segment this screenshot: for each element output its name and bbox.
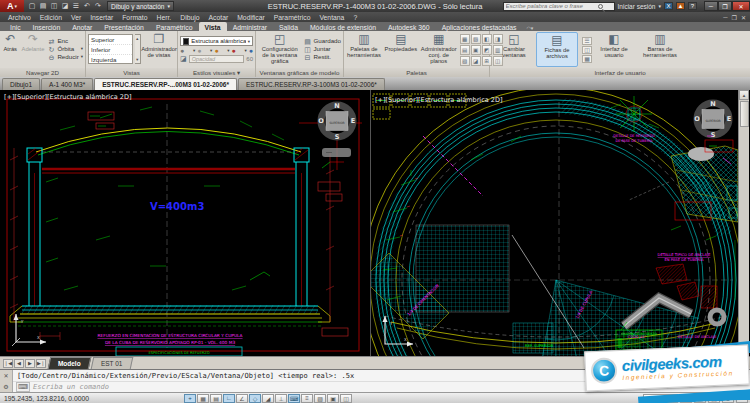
layouttab-est01[interactable]: EST 01 [90,357,132,369]
join-viewport-button[interactable]: ◫Juntar [303,46,341,53]
app-menu-button[interactable]: A▾ [0,0,24,12]
autodesk360-icon[interactable]: ▲ [676,2,685,10]
toggle-otrack-icon[interactable]: ◢ [262,394,274,403]
toggle-grid-icon[interactable]: ▤ [210,394,222,403]
file-tabs-button[interactable]: ▤ Fichas de archivos [536,32,578,67]
toggle-polar-icon[interactable]: ∠ [236,394,248,403]
search-input[interactable] [506,3,598,9]
cascade-icon[interactable]: ▦ [582,55,592,63]
viewport-label[interactable]: [+][Superior][Estructura alámbrica 2D] [4,93,131,101]
customize-command-icon[interactable]: ⚙ [3,383,8,390]
search-icon[interactable] [598,4,603,9]
restore-viewport-button[interactable]: ⊟Restit. [303,54,341,61]
viewport-config-button[interactable]: ◰ Configuración de la ventana gráfica [258,32,301,67]
style-xray-icon[interactable]: ● [232,47,236,54]
ribbon-collapse-icon[interactable]: ◠▾ [526,25,533,31]
sheet-set-manager-button[interactable]: ▦ Administrador conj. de planos [420,32,458,67]
panel-label[interactable]: Navegar 2D [0,68,85,77]
forward-button[interactable]: ↷ Adelante [21,32,46,67]
tab-inicio[interactable]: Inic [4,22,27,31]
menu-dibujo[interactable]: Dibujo [180,14,199,21]
palette-mini-icon[interactable]: ▤ [460,45,470,55]
properties-button[interactable]: ▤ Propiedades [384,32,418,67]
columns-icon[interactable]: ◫ [582,46,592,54]
exchange-apps-icon[interactable]: X [664,2,673,10]
scroll-up-icon[interactable]: ▲ [739,90,749,100]
workspace-dropdown[interactable]: Dibujo y anotación▾ [107,1,174,11]
save-icon[interactable]: ◫ [49,2,59,10]
named-viewport-button[interactable]: ▤Guardado [303,38,341,45]
views-list-scrollbar[interactable]: ▲▼ [135,34,141,64]
style-shaded-icon[interactable]: ● [197,47,201,54]
toggle-snap-icon[interactable]: ▦ [197,394,209,403]
style-realistic-icon[interactable]: ● [214,47,218,54]
filetab-dibujo1[interactable]: Dibujo1 [2,78,40,90]
panel-label[interactable]: Vistas [86,68,177,77]
help-icon[interactable]: ? [688,2,697,10]
tab-aplicaciones[interactable]: Aplicaciones destacadas [436,22,523,31]
viewcube[interactable]: SUPERIOR N S O E [299,102,362,171]
filetab-rp3-100m3[interactable]: ESTRUC.RESERV.RP-3-100M3 01-02-2006* [238,78,385,90]
view-item-izquierda[interactable]: Izquierda [89,55,132,64]
menu-modificar[interactable]: Modificar [237,14,265,21]
panel-label[interactable]: Interfaz de usuario [490,68,750,77]
next-layout-icon[interactable]: ▶ [25,359,35,368]
tab-administrar[interactable]: Administrar [227,22,273,31]
doc-minimize-button[interactable]: ─ [723,14,727,21]
viewport-plan[interactable]: DETALLE DE REFUERZO DE PASE DE TUBERIA D… [371,90,749,356]
menu-insertar[interactable]: Insertar [90,14,113,21]
tab-modulos[interactable]: Módulos de extensión [304,22,382,31]
doc-close-button[interactable]: ✕ [741,14,746,21]
switch-windows-button[interactable]: ◱ Cambiar ventanas [496,32,532,67]
toggle-ducs-icon[interactable]: ⊥ [275,394,287,403]
toggle-quickprop-icon[interactable]: ▣ [327,394,339,403]
menu-ayuda[interactable]: ? [353,14,357,21]
menu-herramientas[interactable]: Herr. [157,14,172,21]
layouttab-modelo[interactable]: Modelo [48,357,91,369]
opacity-slider[interactable]: Opacidad [189,55,245,63]
visual-style-dropdown[interactable]: Estructura alámbrica 2D ▾ [180,36,253,46]
viewport-label[interactable]: [+][Superior][Estructura alámbrica 2D] [375,96,502,104]
first-layout-icon[interactable]: ❘◀ [3,359,13,368]
toolbars-button[interactable]: ▥ Barras de herramientas [636,32,684,67]
viewcube[interactable]: SUPERIOR N S O E [694,100,733,153]
tool-palettes-button[interactable]: ▥ Paletas de herramientas [346,32,382,67]
orbit-button[interactable]: ↻Órbita▾ [47,46,83,53]
close-button[interactable]: ✕ [732,1,750,11]
redo-icon[interactable]: ↷ [93,2,103,10]
sign-in-button[interactable]: Iniciar sesión ▾ [618,3,661,10]
style-sphere-icon[interactable]: ● [180,47,184,54]
menu-acotar[interactable]: Acotar [209,14,229,21]
tab-insercion[interactable]: Inserción [27,22,67,31]
menu-parametrico[interactable]: Paramétrico [274,14,311,21]
filetab-rp1-400m3[interactable]: ESTRUC.RESERV.RP-...00M3 01-02-2006* [94,78,237,90]
toggle-osnap-icon[interactable]: ◇ [249,394,261,403]
toggle-dyn-icon[interactable]: ⌨ [288,394,300,403]
toggle-transparency-icon[interactable]: ▨ [314,394,326,403]
tab-presentacion[interactable]: Presentación [98,22,150,31]
pan-button[interactable]: ⇄Enc [47,38,83,45]
menu-ventana[interactable]: Ventana [319,14,344,21]
tab-salida[interactable]: Salida [273,22,304,31]
views-list[interactable]: Superior Inferior Izquierda [88,34,133,64]
stack-icon[interactable]: ☰ [582,37,592,45]
filetab-a1-400m3[interactable]: A-1 400 M3* [41,78,93,90]
panel-label[interactable]: Ventanas gráficas de modelo [256,68,343,77]
tab-anotar[interactable]: Anotar [66,22,98,31]
doc-restore-button[interactable]: ❐ [732,14,737,21]
new-icon[interactable]: ▢ [27,2,37,10]
style-edge-icon[interactable]: ● [249,47,253,54]
view-manager-button[interactable]: ❐ Administrador de vistas [143,32,175,67]
toggle-ortho-icon[interactable]: ∟ [223,394,235,403]
menu-edicion[interactable]: Edición [40,14,62,21]
view-item-inferior[interactable]: Inferior [89,45,132,55]
palette-mini-icon[interactable]: ▨ [460,56,470,66]
back-button[interactable]: ↶ Atrás [2,32,19,67]
menu-formato[interactable]: Formato [122,14,147,21]
toggle-selcycle-icon[interactable]: ◫ [340,394,352,403]
palette-mini-icon[interactable]: ▧ [471,34,481,44]
scrollbar-thumb[interactable] [740,101,749,127]
close-command-icon[interactable]: ✕ [3,372,8,379]
prev-layout-icon[interactable]: ◀ [14,359,24,368]
view-item-superior[interactable]: Superior [89,35,132,45]
